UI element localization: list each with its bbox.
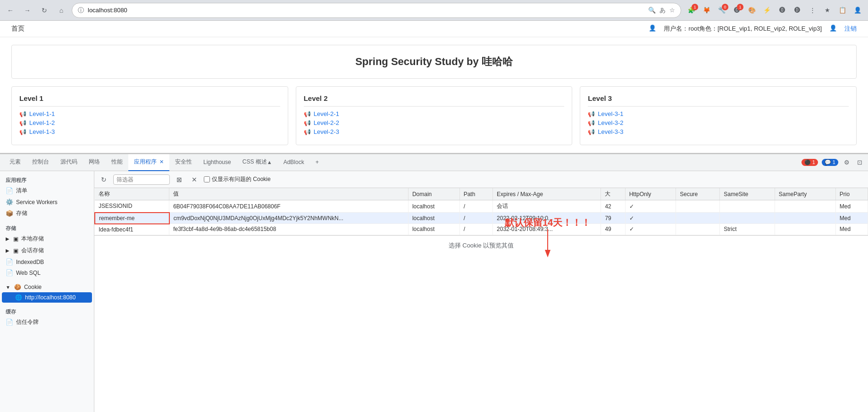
level3-link2[interactable]: 📢Level-3-2: [588, 119, 849, 126]
sidebar-item-session-storage[interactable]: ▶ ▣ 会话存储: [0, 245, 94, 256]
extension-icon-1[interactable]: 1 🧩: [685, 4, 698, 17]
sidebar-item-service-workers[interactable]: ⚙️ Service Workers: [0, 197, 94, 207]
col-priority: Prio: [835, 188, 868, 200]
level2-link2[interactable]: 📢Level-2-2: [304, 119, 565, 126]
service-workers-icon: ⚙️: [6, 198, 13, 206]
css-overview-upload-icon: ▲: [267, 159, 272, 165]
profile-button[interactable]: 👤: [851, 4, 864, 17]
local-storage-toggle-icon: ▶: [6, 236, 9, 241]
storage-icon: 📦: [6, 210, 13, 217]
level2-link3[interactable]: 📢Level-2-3: [304, 128, 565, 135]
table-row[interactable]: remember-mecm9vdDoxNjQ0NjU3MDAzNjg0OjUxM…: [95, 213, 868, 224]
reload-button[interactable]: ↻: [38, 4, 51, 17]
extension-icon-8[interactable]: 🅓: [791, 4, 804, 17]
table-row[interactable]: JSESSIONID6B04F79038F064C08AA7DE11AB0680…: [95, 200, 868, 213]
extension-icon-2[interactable]: 🦊: [700, 4, 713, 17]
devtools-sidebar: 应用程序 📄 清单 ⚙️ Service Workers 📦 存储 存储: [0, 171, 94, 412]
devtools-main-panel: ↻ ⊠ ✕ 仅显示有问题的 Cookie: [94, 171, 868, 412]
level1-title: Level 1: [19, 94, 280, 107]
sidebar-item-local-storage[interactable]: ▶ ▣ 本地存储: [0, 233, 94, 245]
tab-lighthouse[interactable]: Lighthouse: [198, 154, 237, 171]
select-cookie-text: 选择 Cookie 以预览其值: [449, 242, 514, 249]
error-badge: ⚫ 1: [801, 159, 818, 166]
user-info-text: 用户名：root角色：[ROLE_vip1, ROLE_vip2, ROLE_v…: [664, 25, 822, 33]
megaphone-icon2: 📢: [19, 120, 26, 126]
extension-icon-4[interactable]: 1 🅒: [730, 4, 743, 17]
sidebar-item-localhost[interactable]: 🌐 http://localhost:8080: [2, 292, 92, 303]
show-issues-checkbox[interactable]: [204, 176, 210, 182]
delete-button[interactable]: ✕: [189, 174, 200, 185]
cookie-toolbar: ↻ ⊠ ✕ 仅显示有问题的 Cookie: [94, 171, 868, 188]
user-icon: 👤: [649, 25, 656, 33]
megaphone-icon5: 📢: [304, 120, 311, 126]
sidebar-item-indexeddb[interactable]: 📄 IndexedDB: [0, 256, 94, 267]
cookie-table-container: 名称 值 Domain Path Expires / Max-Age 大 Htt…: [94, 188, 868, 412]
table-row[interactable]: Idea-fdbec4f1fe3f3cbf-4a8d-4e9b-86ab-dc4…: [95, 224, 868, 235]
sidebar-item-storage[interactable]: 📦 存储: [0, 207, 94, 219]
cookie-table: 名称 值 Domain Path Expires / Max-Age 大 Htt…: [94, 188, 868, 235]
user-icon2: 👤: [829, 25, 837, 33]
spring-title: Spring Security Study by 哇哈哈: [355, 56, 513, 67]
forward-button[interactable]: →: [21, 4, 34, 17]
devtools-settings-icon[interactable]: ⚙: [842, 157, 851, 168]
tab-performance[interactable]: 性能: [106, 154, 128, 171]
browser-toolbar: ← → ↻ ⌂ ⓘ localhost:8080 🔍 あ ☆ 1 🧩 🦊 0 🔧…: [0, 0, 868, 21]
megaphone-icon3: 📢: [19, 129, 26, 135]
col-domain: Domain: [408, 188, 459, 200]
level3-link1[interactable]: 📢Level-3-1: [588, 110, 849, 117]
websql-icon: 📄: [6, 269, 13, 276]
browser-icons: 1 🧩 🦊 0 🔧 1 🅒 🎨 ⚡ 🅞 🅓 ⋮ ★ 📋 👤: [685, 4, 864, 17]
megaphone-icon7: 📢: [588, 111, 595, 117]
devtools-right-icons: ⚫ 1 💬 1 ⚙ ⊡: [801, 157, 864, 168]
bookmark-star-icon: ☆: [669, 7, 675, 14]
tab-add[interactable]: +: [310, 154, 325, 171]
tab-security[interactable]: 安全性: [169, 154, 198, 171]
tab-application[interactable]: 应用程序 ✕: [128, 154, 169, 171]
devtools-body: 应用程序 📄 清单 ⚙️ Service Workers 📦 存储 存储: [0, 171, 868, 412]
sidebar-item-trust-tokens[interactable]: 📄 信任令牌: [0, 316, 94, 328]
sidebar-item-websql[interactable]: 📄 Web SQL: [0, 267, 94, 278]
megaphone-icon8: 📢: [588, 120, 595, 126]
extension-icon-6[interactable]: ⚡: [760, 4, 774, 17]
tab-network[interactable]: 网络: [83, 154, 106, 171]
level1-link1[interactable]: 📢Level-1-1: [19, 110, 280, 117]
sidebar-item-manifest[interactable]: 📄 清单: [0, 185, 94, 197]
logout-link[interactable]: 注销: [844, 25, 857, 33]
address-bar: ⓘ localhost:8080 🔍 あ ☆: [72, 3, 681, 18]
level1-link3[interactable]: 📢Level-1-3: [19, 128, 280, 135]
sidebar-section-storage: 存储: [0, 223, 94, 233]
tab-console[interactable]: 控制台: [26, 154, 55, 171]
extension-icon-5[interactable]: 🎨: [745, 4, 759, 17]
favorites-button[interactable]: ★: [821, 4, 834, 17]
col-sameparty: SameParty: [775, 188, 835, 200]
nav-home-link[interactable]: 首页: [11, 25, 25, 33]
col-name: 名称: [95, 188, 169, 200]
extension-icon-7[interactable]: 🅞: [776, 4, 789, 17]
translate-icon: あ: [659, 6, 666, 15]
webpage-content: 首页 👤 用户名：root角色：[ROLE_vip1, ROLE_vip2, R…: [0, 21, 868, 153]
sidebar-button[interactable]: 📋: [836, 4, 849, 17]
back-button[interactable]: ←: [4, 4, 17, 17]
filter-input[interactable]: [113, 174, 170, 185]
localhost-cookie-icon: 🌐: [15, 294, 22, 301]
home-button[interactable]: ⌂: [55, 4, 68, 17]
devtools-dock-icon[interactable]: ⊡: [855, 157, 864, 168]
tab-elements[interactable]: 元素: [4, 154, 26, 171]
sidebar-item-cookie-section[interactable]: ▼ 🍪 Cookie: [0, 282, 94, 292]
clear-filter-button[interactable]: ⊠: [174, 174, 185, 185]
settings-button[interactable]: ⋮: [806, 4, 819, 17]
level3-link3[interactable]: 📢Level-3-3: [588, 128, 849, 135]
extension-icon-3[interactable]: 0 🔧: [715, 4, 728, 17]
refresh-button[interactable]: ↻: [98, 174, 109, 185]
level1-link2[interactable]: 📢Level-1-2: [19, 119, 280, 126]
level2-title: Level 2: [304, 94, 565, 107]
search-icon: 🔍: [648, 7, 656, 14]
tab-css-overview[interactable]: CSS 概述 ▲: [237, 154, 278, 171]
info-badge: 💬 1: [822, 159, 838, 166]
col-samesite: SameSite: [720, 188, 775, 200]
tab-sources[interactable]: 源代码: [55, 154, 83, 171]
tab-close-icon[interactable]: ✕: [159, 159, 164, 165]
session-storage-box-icon: ▣: [13, 247, 18, 254]
level2-link1[interactable]: 📢Level-2-1: [304, 110, 565, 117]
tab-adblock[interactable]: AdBlock: [278, 154, 310, 171]
